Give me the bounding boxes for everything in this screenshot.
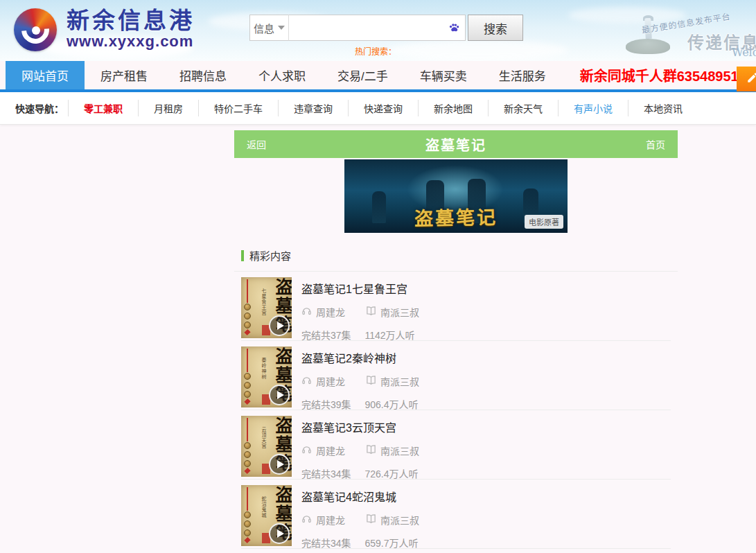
list-item[interactable]: 云顶天宫 盗墓笔 盗墓笔记3云顶天宫 周建龙 南派三叔 [241, 410, 671, 480]
quicknav-link-weather[interactable]: 新余天气 [488, 100, 558, 116]
cover-subtitle: 蛇沼鬼城 [260, 496, 267, 518]
cover-subtitle: 七星鲁王宫 [260, 288, 267, 316]
listener-count: 659.7万人听 [364, 538, 418, 549]
back-link[interactable]: 返回 [247, 137, 266, 151]
episode-count: 完结共34集 [301, 538, 351, 549]
cloud-decor [388, 40, 568, 61]
detail-panel: 返回 盗墓笔记 首页 盗墓笔记 电影原著 精彩内容 [234, 130, 678, 553]
chevron-down-icon [278, 26, 285, 30]
nav-tab-trade[interactable]: 交易/二手 [322, 61, 404, 89]
quick-nav-label: 快速导航： [15, 101, 64, 115]
narrator-pair: 周建龙 [301, 513, 345, 527]
item-meta: 周建龙 南派三叔 [301, 444, 671, 457]
logo-dot-decor [32, 26, 40, 35]
item-stats: 完结共37集 1142万人听 [301, 328, 671, 342]
item-title[interactable]: 盗墓笔记4蛇沼鬼城 [301, 488, 671, 504]
listener-count: 906.4万人听 [364, 399, 418, 410]
author-name: 南派三叔 [380, 305, 419, 319]
quicknav-link-audiobook[interactable]: 有声小说 [558, 100, 628, 116]
nav-tab-services[interactable]: 生活服务 [483, 61, 562, 89]
search-button[interactable]: 搜索 [468, 15, 523, 41]
item-title[interactable]: 盗墓笔记2秦岭神树 [301, 349, 671, 366]
nav-tab-home[interactable]: 网站首页 [6, 61, 85, 89]
list-item[interactable]: 蛇沼鬼城 盗墓笔 盗墓笔记4蛇沼鬼城 周建龙 南派三叔 [241, 480, 671, 549]
section-header: 精彩内容 [234, 244, 678, 272]
quicknav-link-map[interactable]: 新余地图 [418, 100, 488, 116]
headset-icon [301, 514, 312, 526]
movie-banner[interactable]: 盗墓笔记 电影原著 [344, 159, 568, 233]
coin-decor [244, 511, 251, 518]
book-icon [366, 375, 376, 387]
coin-decor [244, 313, 251, 319]
author-pair: 南派三叔 [366, 374, 419, 388]
post-button[interactable] [737, 67, 756, 91]
cover-subtitle: 云顶天宫 [260, 427, 267, 449]
search-input[interactable] [289, 15, 465, 40]
narrator-pair: 周建龙 [301, 374, 345, 388]
coin-decor [244, 529, 251, 536]
item-meta: 周建龙 南派三叔 [301, 513, 671, 527]
detail-header-bar: 返回 盗墓笔记 首页 [234, 130, 678, 158]
book-cover[interactable]: 七星鲁王宫 盗墓笔 [241, 277, 292, 338]
quicknav-link-localnews[interactable]: 本地资讯 [628, 100, 698, 116]
book-cover[interactable]: 蛇沼鬼城 盗墓笔 [241, 485, 292, 546]
item-stats: 完结共34集 726.4万人听 [301, 466, 671, 480]
book-cover[interactable]: 秦岭神树 盗墓笔 [241, 346, 292, 407]
home-link[interactable]: 首页 [646, 137, 665, 151]
quicknav-link-usedcar[interactable]: 特价二手车 [198, 100, 278, 116]
nav-tab-jobs[interactable]: 招聘信息 [164, 61, 243, 89]
play-icon[interactable] [269, 315, 290, 336]
quicknav-link-express[interactable]: 快递查询 [348, 100, 418, 116]
search-field [288, 15, 466, 41]
author-name: 南派三叔 [380, 513, 419, 527]
book-icon [366, 306, 376, 318]
tassel-decor [244, 537, 250, 543]
tassel-decor [247, 487, 248, 511]
search-category-label: 信息 [254, 21, 274, 35]
coin-decor [244, 373, 251, 380]
list-item[interactable]: 七星鲁王宫 盗墓笔 盗墓笔记1七星鲁王宫 周建龙 南派三叔 [241, 272, 671, 341]
search-category-dropdown[interactable]: 信息 [249, 15, 288, 41]
quicknav-link-rent[interactable]: 月租房 [138, 100, 198, 116]
qq-group-text: 新余同城千人群63548951 [580, 61, 739, 89]
author-name: 南派三叔 [380, 374, 419, 388]
pencil-icon [746, 71, 756, 87]
logo-text: 新余信息港 www.xyxxg.com [67, 9, 195, 51]
list-item[interactable]: 秦岭神树 盗墓笔 盗墓笔记2秦岭神树 周建龙 南派三叔 [241, 341, 671, 410]
logo-title: 新余信息港 [67, 9, 195, 33]
author-name: 南派三叔 [380, 444, 419, 457]
item-title[interactable]: 盗墓笔记1七星鲁王宫 [301, 280, 671, 297]
site-logo[interactable]: 新余信息港 www.xyxxg.com [14, 8, 195, 51]
item-info: 盗墓笔记3云顶天宫 周建龙 南派三叔 完结共34集 726.4万人 [301, 416, 671, 479]
author-pair: 南派三叔 [366, 444, 419, 457]
nav-tab-vehicles[interactable]: 车辆买卖 [404, 61, 483, 89]
episode-count: 完结共34集 [301, 468, 351, 480]
coin-decor [244, 442, 251, 449]
book-cover[interactable]: 云顶天宫 盗墓笔 [241, 416, 292, 477]
coin-decor [244, 304, 251, 310]
episode-count: 完结共37集 [301, 330, 351, 341]
tassel-decor [244, 329, 250, 335]
play-icon[interactable] [269, 454, 290, 475]
nav-tab-realestate[interactable]: 房产租售 [85, 61, 164, 89]
quicknav-link-violation[interactable]: 违章查询 [278, 100, 348, 116]
nav-tabs: 网站首页 房产租售 招聘信息 个人求职 交易/二手 车辆买卖 生活服务 新余同城… [0, 61, 756, 89]
site-header: 新余信息港 www.xyxxg.com 信息 搜索 热门搜索： 最方便的信息发布 [0, 0, 756, 61]
item-title[interactable]: 盗墓笔记3云顶天宫 [301, 419, 671, 435]
audiobook-list: 七星鲁王宫 盗墓笔 盗墓笔记1七星鲁王宫 周建龙 南派三叔 [234, 272, 678, 553]
section-title: 精彩内容 [249, 248, 291, 263]
item-info: 盗墓笔记2秦岭神树 周建龙 南派三叔 完结共39集 906.4万人 [301, 346, 671, 410]
item-info: 盗墓笔记4蛇沼鬼城 周建龙 南派三叔 完结共34集 659.7万人 [301, 485, 671, 548]
headset-icon [301, 444, 312, 457]
episode-count: 完结共39集 [301, 399, 351, 410]
banner-badge: 电影原著 [525, 215, 563, 229]
quicknav-link-parttime[interactable]: 零工兼职 [68, 100, 138, 116]
lighthouse-rock [626, 39, 670, 54]
play-icon[interactable] [269, 523, 290, 544]
listener-count: 726.4万人听 [364, 468, 418, 480]
coin-decor [244, 391, 251, 398]
nav-tab-jobseek[interactable]: 个人求职 [243, 61, 322, 89]
coin-decor [244, 382, 251, 389]
hot-search-label: 热门搜索： [355, 45, 396, 57]
play-icon[interactable] [269, 385, 290, 405]
